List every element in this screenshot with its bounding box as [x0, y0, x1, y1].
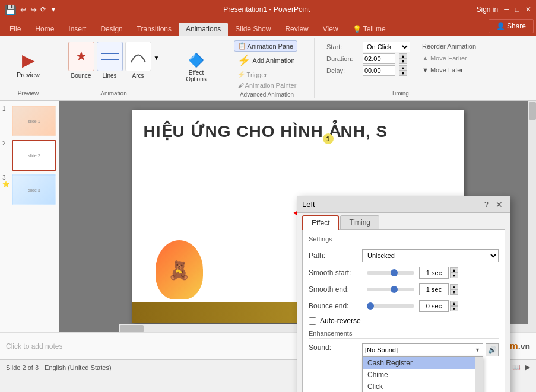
smooth-end-slider[interactable] [367, 288, 414, 291]
delay-down[interactable]: ▼ [399, 71, 407, 76]
title-bar: 💾 ↩ ↪ ⟳ ▼ Presentation1 - PowerPoint Sig… [0, 0, 536, 19]
dialog-close-btn[interactable]: ✕ [493, 199, 505, 211]
smooth-start-label: Smooth start: [309, 269, 362, 277]
dialog-tab-effect[interactable]: Effect [302, 215, 339, 230]
close-btn[interactable]: ✕ [525, 5, 531, 14]
bounce-label: Bounce [71, 72, 91, 79]
bounce-end-row: Bounce end: 0 sec ▲ ▼ [309, 300, 499, 312]
animation-painter-btn[interactable]: 🖌 Animation Painter [234, 81, 300, 90]
signin-link[interactable]: Sign in [477, 5, 499, 14]
group-effect-options: 🔷 EffectOptions [176, 38, 217, 98]
dialog-tabs: Effect Timing [297, 213, 510, 229]
animation-pane-btn[interactable]: 📋 Animation Pane [234, 40, 298, 52]
lines-anim-btn[interactable] [97, 42, 123, 71]
add-animation-btn[interactable]: ⚡ Add Animation [234, 53, 299, 68]
main-area: 1 slide 1 2 slide 2 3 ⭐ slide 3 HIỆU ỨNG… [0, 101, 536, 332]
delay-label: Delay: [326, 67, 359, 74]
add-anim-icon: ⚡ [237, 54, 250, 67]
auto-reverse-checkbox[interactable] [309, 317, 316, 325]
customize-icon[interactable]: ▼ [50, 5, 57, 14]
painter-label: Animation Painter [245, 82, 297, 89]
delay-up[interactable]: ▲ [399, 65, 407, 71]
tab-slideshow[interactable]: Slide Show [228, 23, 278, 36]
smooth-start-thumb[interactable] [391, 269, 398, 276]
speaker-btn[interactable]: 🔊 [486, 343, 499, 356]
tab-transitions[interactable]: Transitions [130, 23, 179, 36]
start-label: Start: [326, 43, 359, 50]
smooth-end-thumb[interactable] [391, 286, 398, 293]
smooth-end-label: Smooth end: [309, 285, 362, 294]
redo-icon[interactable]: ↪ [30, 5, 37, 14]
delay-input[interactable] [363, 65, 395, 76]
dropdown-scrollbar[interactable] [475, 357, 483, 392]
trigger-btn[interactable]: ⚡ Trigger [234, 69, 271, 79]
smooth-start-down[interactable]: ▼ [450, 273, 458, 278]
anim-list-arrow[interactable]: ▼ [154, 55, 160, 61]
bounce-end-label: Bounce end: [309, 302, 362, 310]
dialog-body: Settings Path: Unlocked Smooth start: 1 … [302, 229, 505, 392]
smooth-end-up[interactable]: ▲ [450, 284, 458, 289]
ribbon-tabs: File Home Insert Design Transitions Anim… [0, 19, 536, 36]
maximize-btn[interactable]: □ [515, 5, 519, 14]
effect-options-btn[interactable]: 🔷 EffectOptions [181, 50, 211, 85]
title-bar-left: 💾 ↩ ↪ ⟳ ▼ [5, 4, 57, 15]
sound-select-box[interactable]: [No Sound] ▼ [362, 343, 483, 356]
path-row: Path: Unlocked [309, 249, 499, 262]
auto-reverse-label: Auto-reverse [320, 317, 361, 325]
duration-label: Duration: [326, 55, 359, 62]
reading-view-icon[interactable]: 📖 [512, 364, 521, 371]
settings-section-label: Settings [309, 235, 499, 244]
path-select[interactable]: Unlocked [362, 249, 499, 262]
move-earlier-btn[interactable]: ▲ Move Earlier [420, 53, 478, 63]
smooth-end-row: Smooth end: 1 sec ▲ ▼ [309, 283, 499, 295]
dropdown-item-click[interactable]: Click [363, 381, 483, 392]
tab-home[interactable]: Home [28, 23, 61, 36]
sound-value: [No Sound] [365, 346, 398, 353]
status-left: Slide 2 of 3 English (United States) [6, 364, 112, 371]
dialog-tab-timing[interactable]: Timing [340, 215, 379, 229]
smooth-end-down[interactable]: ▼ [450, 289, 458, 295]
ribbon: ▶ Preview Preview ★ Bounce [0, 36, 536, 101]
share-btn[interactable]: 👤 Share [489, 19, 534, 33]
bounce-end-down[interactable]: ▼ [450, 306, 458, 311]
trigger-icon: ⚡ [237, 71, 246, 78]
notes-placeholder: Click to add notes [6, 342, 62, 350]
move-later-btn[interactable]: ▼ Move Later [420, 65, 478, 75]
smooth-start-value: 1 sec [419, 267, 449, 279]
duration-up[interactable]: ▲ [399, 53, 407, 59]
dialog-help-icon[interactable]: ? [484, 200, 489, 209]
recover-icon[interactable]: ⟳ [40, 5, 46, 14]
preview-label: Preview [17, 71, 40, 78]
tab-animations[interactable]: Animations [179, 23, 228, 36]
bounce-end-slider[interactable] [367, 304, 414, 308]
undo-icon[interactable]: ↩ [20, 5, 27, 14]
bounce-end-value: 0 sec [419, 300, 449, 312]
tab-design[interactable]: Design [93, 23, 129, 36]
dropdown-item-chime[interactable]: Chime [363, 369, 483, 381]
tab-view[interactable]: View [316, 23, 345, 36]
preview-btn[interactable]: ▶ Preview [12, 48, 45, 81]
minimize-btn[interactable]: ─ [504, 5, 509, 14]
slideshow-icon[interactable]: ▶ [525, 364, 530, 371]
sound-dropdown[interactable]: Cash Register Chime Click Coin Drum Roll… [362, 356, 483, 392]
bounce-end-thumb[interactable] [367, 302, 374, 310]
preview-icon: ▶ [22, 50, 35, 70]
tab-review[interactable]: Review [278, 23, 315, 36]
tab-tellme[interactable]: 💡 Tell me [345, 23, 393, 36]
duration-input[interactable] [363, 53, 395, 64]
path-label: Path: [309, 251, 362, 260]
tab-file[interactable]: File [2, 23, 28, 36]
duration-down[interactable]: ▼ [399, 59, 407, 64]
bounce-end-up[interactable]: ▲ [450, 301, 458, 306]
smooth-start-slider[interactable] [367, 271, 414, 275]
bounce-anim-btn[interactable]: ★ [68, 42, 94, 71]
tab-insert[interactable]: Insert [61, 23, 93, 36]
smooth-start-up[interactable]: ▲ [450, 267, 458, 273]
arcs-anim-btn[interactable] [125, 42, 151, 71]
lines-icon [98, 44, 122, 68]
animation-group-label: Animation [100, 89, 126, 97]
dropdown-item-cashregister[interactable]: Cash Register [363, 357, 483, 369]
group-advanced-animation: 📋 Animation Pane ⚡ Add Animation ⚡ Trigg… [220, 38, 315, 98]
start-select[interactable]: On Click [363, 42, 410, 52]
animation-pane-label: Animation Pane [248, 43, 294, 50]
